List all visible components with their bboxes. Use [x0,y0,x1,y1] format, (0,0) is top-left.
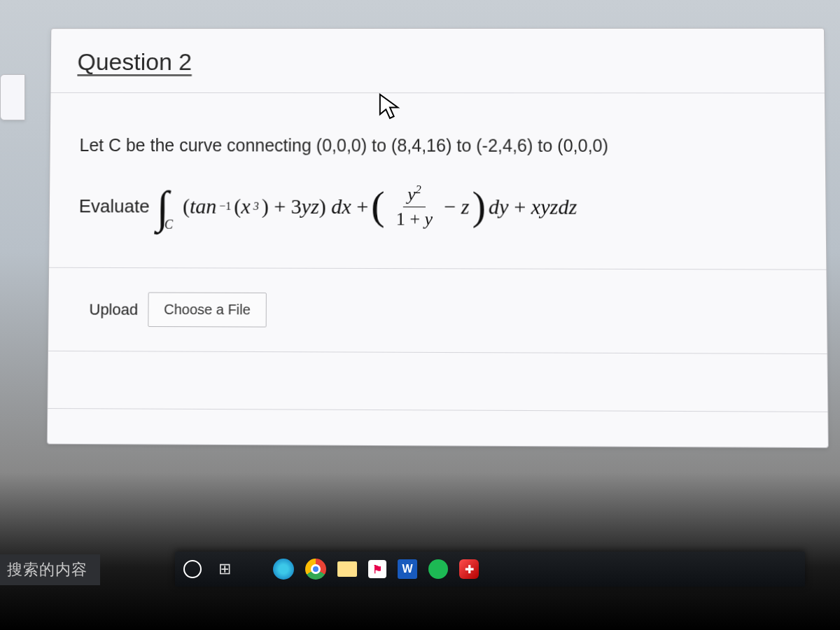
expr-minus-z: − z [444,195,469,218]
big-paren-open: ( [371,181,384,229]
frac-num-y: y [407,184,416,204]
expr-sup-3: 3 [253,200,259,213]
screen-area: Question 2 Let C be the curve connecting… [19,7,840,463]
question-body: Let C be the curve connecting (0,0,0) to… [48,93,828,447]
card-footer-divider [48,408,828,426]
choose-file-button[interactable]: Choose a File [148,292,267,327]
search-input[interactable]: 搜索的内容 [0,554,100,585]
taskbar: ⊞ ⚑ W [175,552,805,587]
integral-subscript: C [164,217,173,232]
store-icon[interactable]: ⚑ [368,560,386,578]
chrome-icon[interactable] [305,559,326,580]
upload-section: Upload Choose a File [48,267,827,354]
integral-expression: ∫ C (tan −1 (x 3 ) + 3yz) dx + ( y2 1 + … [156,180,577,233]
edge-icon[interactable] [273,559,294,580]
curve-description: Let C be the curve connecting (0,0,0) to… [79,135,798,156]
evaluate-label: Evaluate [79,195,150,217]
evaluate-row: Evaluate ∫ C (tan −1 (x 3 ) + 3yz) dx + … [78,180,799,234]
app-green-icon[interactable] [428,559,448,579]
expr-part-1a: (tan [183,194,216,218]
question-title: Question 2 [77,48,192,75]
expr-tail: dy + xyzdz [489,195,577,219]
fraction-numerator: y2 [403,183,426,207]
word-icon[interactable]: W [398,559,417,579]
expr-sup-neg1: −1 [219,200,231,213]
expr-part-1b: (x [234,195,250,218]
cortana-icon[interactable] [183,560,202,578]
question-card: Question 2 Let C be the curve connecting… [47,28,829,448]
frac-num-sup: 2 [416,183,421,195]
taskview-icon[interactable]: ⊞ [213,557,237,581]
big-paren-close: ) [472,182,486,230]
app-red-icon[interactable] [459,559,479,579]
question-header: Question 2 [50,29,824,94]
search-placeholder: 搜索的内容 [7,559,88,580]
fraction-denominator: 1 + y [392,207,438,230]
upload-label: Upload [89,300,138,318]
expr-part-1c: ) + 3yz) dx + [262,195,369,219]
file-explorer-icon[interactable] [337,561,357,577]
fraction: y2 1 + y [392,183,438,230]
